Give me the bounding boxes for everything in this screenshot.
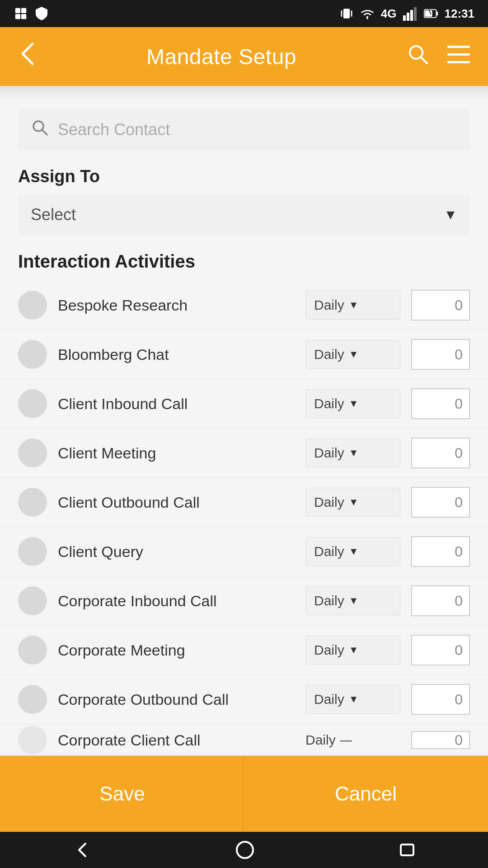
svg-line-16	[421, 57, 427, 63]
save-button[interactable]: Save	[0, 756, 244, 832]
activity-row: Client Outbound Call Daily ▼	[0, 478, 488, 527]
shield-icon	[34, 6, 49, 21]
assign-to-dropdown[interactable]: Select ▼	[18, 194, 470, 235]
search-container	[18, 108, 470, 151]
main-content: Assign To Select ▼ Interaction Activitie…	[0, 86, 488, 755]
svg-rect-10	[414, 7, 417, 21]
activity-frequency-text: Daily	[314, 593, 344, 609]
frequency-dropdown-arrow-icon: ▼	[349, 595, 359, 607]
svg-rect-12	[436, 12, 438, 16]
activity-name: Client Meeting	[58, 444, 295, 462]
search-input[interactable]	[58, 120, 457, 139]
activity-row: Bespoke Research Daily ▼	[0, 281, 488, 330]
activity-value-input[interactable]	[411, 339, 470, 370]
activity-frequency-dropdown[interactable]: Daily ▼	[305, 439, 400, 467]
svg-rect-19	[447, 61, 470, 63]
footer-buttons: Save Cancel	[0, 755, 488, 832]
save-label: Save	[99, 783, 145, 805]
activity-value-input[interactable]	[411, 635, 470, 665]
activity-value-input[interactable]	[411, 536, 470, 567]
activity-value-input[interactable]	[411, 731, 470, 749]
activity-value-input[interactable]	[411, 388, 470, 419]
frequency-dropdown-arrow-icon: ▼	[349, 299, 359, 311]
activity-circle	[18, 726, 47, 755]
activity-name: Bespoke Research	[58, 297, 295, 314]
activity-row: Corporate Inbound Call Daily ▼	[0, 576, 488, 626]
activity-frequency-dropdown[interactable]: Daily ▼	[305, 685, 400, 714]
time: 12:31	[445, 7, 475, 21]
activity-frequency-text: Daily	[305, 732, 336, 748]
frequency-dropdown-arrow-icon: ▼	[349, 496, 359, 508]
home-nav-icon[interactable]	[235, 840, 255, 860]
activity-frequency-dropdown[interactable]: Daily ▼	[305, 389, 400, 418]
svg-rect-5	[341, 10, 342, 17]
svg-rect-6	[351, 10, 352, 17]
activity-value-input[interactable]	[411, 290, 470, 321]
svg-rect-1	[21, 8, 26, 13]
activity-frequency-dropdown[interactable]: Daily ▼	[305, 537, 400, 566]
svg-rect-13	[425, 10, 432, 17]
status-bar-right: 4G 12:31	[339, 6, 474, 21]
signal-icon	[403, 6, 418, 21]
activity-row: Corporate Meeting Daily ▼	[0, 626, 488, 675]
activity-name: Corporate Inbound Call	[58, 592, 295, 610]
activity-name: Corporate Meeting	[58, 642, 295, 659]
activity-frequency-dropdown[interactable]: Daily —	[305, 732, 400, 748]
top-shadow	[0, 86, 488, 99]
activity-frequency-text: Daily	[314, 544, 344, 559]
activity-frequency-dropdown[interactable]: Daily ▼	[305, 488, 400, 517]
svg-rect-2	[15, 14, 20, 19]
cancel-button[interactable]: Cancel	[244, 756, 488, 832]
activity-row: Client Query Daily ▼	[0, 527, 488, 576]
activity-row: Corporate Outbound Call Daily ▼	[0, 675, 488, 724]
status-bar-left	[14, 6, 49, 21]
activity-rows-container: Bespoke Research Daily ▼ Bloomberg Chat …	[0, 281, 488, 755]
activity-value-input[interactable]	[411, 684, 470, 715]
battery-icon	[424, 6, 438, 21]
activity-value-input[interactable]	[411, 438, 470, 468]
activity-frequency-text: Daily	[314, 445, 344, 461]
back-button[interactable]	[18, 40, 36, 73]
activity-circle	[18, 439, 47, 467]
svg-rect-17	[447, 46, 470, 48]
svg-rect-23	[401, 844, 413, 855]
svg-rect-9	[410, 10, 413, 21]
activity-frequency-text: Daily	[314, 396, 344, 411]
activity-row: Client Inbound Call Daily ▼	[0, 379, 488, 429]
activity-name: Bloomberg Chat	[58, 346, 295, 363]
app-header: Mandate Setup	[0, 27, 488, 86]
activity-frequency-dropdown[interactable]: Daily ▼	[305, 291, 400, 320]
activity-circle	[18, 488, 47, 517]
menu-icon[interactable]	[447, 44, 470, 69]
search-header-icon[interactable]	[407, 43, 429, 71]
header-icons	[407, 43, 470, 71]
activity-frequency-dropdown[interactable]: Daily ▼	[305, 340, 400, 369]
cancel-label: Cancel	[335, 783, 397, 805]
activity-frequency-text: Daily	[314, 347, 344, 362]
activity-circle	[18, 537, 47, 566]
svg-line-21	[42, 130, 47, 135]
recents-nav-icon[interactable]	[398, 841, 416, 859]
activity-frequency-dropdown[interactable]: Daily ▼	[305, 586, 400, 615]
activity-circle	[18, 685, 47, 714]
status-bar: 4G 12:31	[0, 0, 488, 27]
svg-rect-4	[343, 9, 350, 18]
frequency-dropdown-arrow-icon: ▼	[349, 447, 359, 459]
back-nav-icon[interactable]	[72, 840, 92, 860]
activity-name: Client Inbound Call	[58, 395, 295, 413]
activity-value-input[interactable]	[411, 585, 470, 616]
activity-frequency-dropdown[interactable]: Daily ▼	[305, 636, 400, 665]
svg-rect-0	[15, 8, 20, 13]
activity-circle	[18, 340, 47, 369]
activity-name: Corporate Outbound Call	[58, 691, 295, 708]
activity-value-input[interactable]	[411, 487, 470, 518]
activity-frequency-text: Daily	[314, 692, 344, 707]
page-title: Mandate Setup	[146, 44, 296, 69]
vibrate-icon	[339, 6, 354, 21]
activity-name: Client Outbound Call	[58, 494, 295, 511]
svg-rect-7	[403, 15, 406, 21]
frequency-dropdown-arrow-icon: ▼	[349, 693, 359, 705]
svg-rect-3	[21, 14, 26, 19]
activity-row: Corporate Client Call Daily —	[0, 724, 488, 755]
svg-rect-18	[447, 53, 470, 56]
